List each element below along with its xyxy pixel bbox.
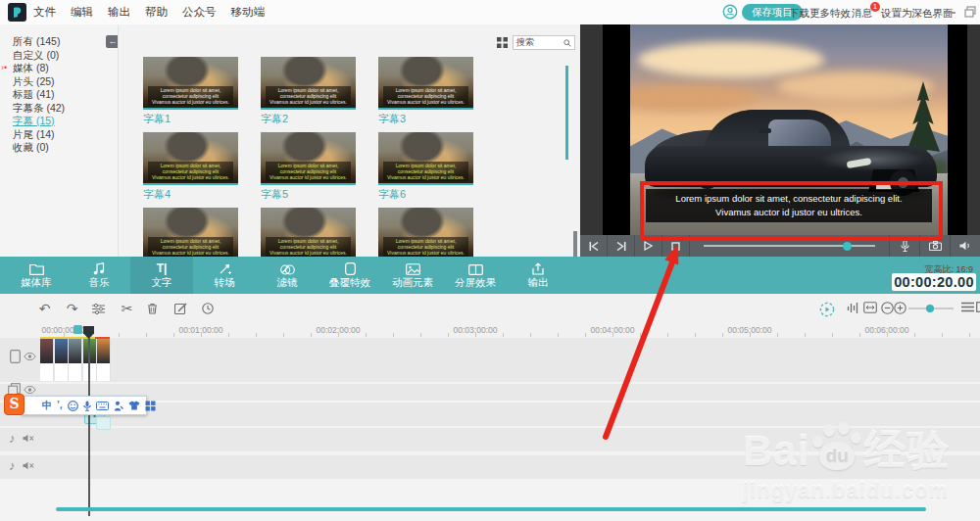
account-icon[interactable] xyxy=(722,4,738,20)
video-clip[interactable] xyxy=(40,339,54,381)
video-clip[interactable] xyxy=(97,339,111,381)
sogou-ime-logo[interactable]: S xyxy=(4,394,24,415)
ime-handwriting-icon[interactable] xyxy=(114,401,123,411)
subtitle-template-card[interactable]: Lorem ipsum dolor sit amet, consectetur … xyxy=(143,132,238,197)
grid-view-icon[interactable] xyxy=(497,37,508,48)
sidebar-category-item[interactable]: ›• 自定义 (0) xyxy=(13,49,65,63)
toolbar-tab[interactable]: 滤镜 xyxy=(256,257,318,294)
track-menu-icon[interactable] xyxy=(961,302,974,312)
panel-scrollbar[interactable] xyxy=(573,231,577,257)
template-thumbnail[interactable]: Lorem ipsum dolor sit amet, consectetur … xyxy=(261,57,356,110)
subtitle-template-card[interactable]: Lorem ipsum dolor sit amet, consectetur … xyxy=(378,208,473,257)
toolbar-tab[interactable]: T| 文字 xyxy=(130,257,193,294)
sidebar-category-item[interactable]: ›• 片头 (25) xyxy=(13,75,65,89)
toolbar-tab[interactable]: 媒体库 xyxy=(5,257,68,294)
template-thumbnail[interactable]: Lorem ipsum dolor sit amet, consectetur … xyxy=(143,132,238,185)
menu-item[interactable]: 移动端 xyxy=(231,5,266,20)
subtitle-template-card[interactable]: Lorem ipsum dolor sit amet, consectetur … xyxy=(261,208,356,257)
zoom-out-icon[interactable] xyxy=(881,302,894,314)
layout-icon[interactable] xyxy=(976,302,980,312)
template-thumbnail[interactable]: Lorem ipsum dolor sit amet, consectetur … xyxy=(378,208,473,257)
sidebar-category-item[interactable]: ›• 字幕 (15) xyxy=(13,115,65,128)
toolbar-tab[interactable]: 动画元素 xyxy=(381,257,444,294)
sidebar-category-item[interactable]: ›• 片尾 (14) xyxy=(13,128,65,142)
subtitle-template-card[interactable]: Lorem ipsum dolor sit amet, consectetur … xyxy=(378,132,473,197)
split-icon[interactable]: ✂ xyxy=(120,301,134,316)
undo-icon[interactable]: ↶ xyxy=(37,301,52,316)
template-thumbnail[interactable]: Lorem ipsum dolor sit amet, consectetur … xyxy=(261,132,356,185)
toolbar-tab[interactable]: 音乐 xyxy=(68,257,130,294)
video-clip[interactable] xyxy=(55,339,69,381)
template-thumbnail[interactable]: Lorem ipsum dolor sit amet, consectetur … xyxy=(378,57,473,110)
download-effects-button[interactable]: 下载更多特效 xyxy=(789,7,851,21)
ime-toolbox-icon[interactable] xyxy=(145,401,156,411)
playhead-line[interactable] xyxy=(88,338,90,516)
ime-skin-icon[interactable] xyxy=(128,401,140,410)
sidebar-category-item[interactable]: ›• 所有 (145) xyxy=(13,35,65,49)
sidebar-category-item[interactable]: ›• 媒体 (8) xyxy=(13,62,65,75)
subtitle-template-card[interactable]: Lorem ipsum dolor sit amet, consectetur … xyxy=(143,57,238,121)
seek-handle[interactable] xyxy=(843,242,852,251)
volume-button[interactable] xyxy=(951,235,980,257)
ime-emoji-icon[interactable] xyxy=(68,401,78,411)
adjust-icon[interactable] xyxy=(92,304,107,314)
timeline-ruler[interactable]: 00:00:00:0000:01:00:0000:02:00:0000:03:0… xyxy=(0,323,980,339)
pip-track[interactable] xyxy=(0,384,980,401)
toolbar-tab[interactable]: 输出 xyxy=(507,257,569,294)
previous-frame-button[interactable] xyxy=(580,235,608,257)
ime-voice-icon[interactable] xyxy=(83,401,91,411)
menu-item[interactable]: 文件 xyxy=(33,5,56,20)
render-preview-icon[interactable] xyxy=(819,302,835,317)
duration-icon[interactable] xyxy=(202,303,217,314)
audio-track-2-mute-icon[interactable] xyxy=(23,461,34,470)
timeline-zoom-handle[interactable] xyxy=(926,305,934,312)
ime-language-toggle[interactable]: 中 xyxy=(42,401,52,410)
fit-timeline-icon[interactable] xyxy=(863,302,877,313)
restore-window-icon[interactable] xyxy=(964,6,976,18)
edit-icon[interactable] xyxy=(174,303,189,314)
audio-track-1-mute-icon[interactable] xyxy=(23,434,34,443)
video-clip[interactable] xyxy=(83,339,97,381)
template-thumbnail[interactable]: Lorem ipsum dolor sit amet, consectetur … xyxy=(378,132,473,185)
pip-track-visibility-icon[interactable] xyxy=(24,386,36,394)
menu-item[interactable]: 输出 xyxy=(108,5,130,20)
subtitle-template-card[interactable]: Lorem ipsum dolor sit amet, consectetur … xyxy=(261,132,356,197)
theme-toggle-button[interactable]: 设置为深色界面 xyxy=(881,7,954,21)
subtitle-template-card[interactable]: Lorem ipsum dolor sit amet, consectetur … xyxy=(143,208,238,257)
subtitle-template-card[interactable]: Lorem ipsum dolor sit amet, consectetur … xyxy=(378,57,473,121)
template-thumbnail[interactable]: Lorem ipsum dolor sit amet, consectetur … xyxy=(143,57,238,110)
panel-scrollbar-thumb[interactable] xyxy=(565,66,568,160)
toolbar-tab[interactable]: 转场 xyxy=(193,257,256,294)
template-name: 字幕6 xyxy=(378,187,473,202)
sidebar-category-item[interactable]: ›• 标题 (41) xyxy=(13,88,65,102)
redo-icon[interactable]: ↷ xyxy=(65,301,79,316)
template-thumbnail[interactable]: Lorem ipsum dolor sit amet, consectetur … xyxy=(143,208,238,257)
cloud-shape xyxy=(638,42,824,77)
sidebar-category-item[interactable]: ›• 字幕条 (42) xyxy=(13,102,65,116)
toolbar-tab[interactable]: 叠覆特效 xyxy=(318,257,381,294)
audio-mixer-icon[interactable] xyxy=(847,302,859,314)
messages-button[interactable]: 消息 xyxy=(852,7,872,21)
timeline-toolbar: ↶ ↷ ✂ xyxy=(0,294,980,323)
minimize-icon[interactable] xyxy=(945,12,956,14)
menu-item[interactable]: 编辑 xyxy=(71,5,93,20)
timeline-horizontal-scrollbar[interactable] xyxy=(56,507,926,511)
delete-icon[interactable] xyxy=(147,303,162,314)
subtitle-template-card[interactable]: Lorem ipsum dolor sit amet, consectetur … xyxy=(261,57,356,121)
zoom-in-icon[interactable] xyxy=(894,302,906,314)
search-input[interactable]: 搜索 xyxy=(513,35,575,50)
video-track[interactable] xyxy=(0,338,980,382)
toolbar-tab[interactable]: 分屏效果 xyxy=(444,257,507,294)
menu-item[interactable]: 公众号 xyxy=(182,5,217,20)
ime-keyboard-icon[interactable] xyxy=(96,402,109,410)
ime-punctuation-toggle[interactable]: ’, xyxy=(57,401,63,410)
next-frame-button[interactable] xyxy=(608,235,635,257)
menu-item[interactable]: 帮助 xyxy=(145,5,168,20)
ime-toolbar[interactable]: 中 ’, xyxy=(22,396,147,415)
marker-icon[interactable] xyxy=(74,325,82,334)
template-thumbnail[interactable]: Lorem ipsum dolor sit amet, consectetur … xyxy=(261,208,356,257)
clip-thumbnail xyxy=(55,339,68,363)
video-track-visibility-icon[interactable] xyxy=(24,353,36,360)
video-clip[interactable] xyxy=(69,339,82,381)
sidebar-category-item[interactable]: ›• 收藏 (0) xyxy=(13,141,65,155)
